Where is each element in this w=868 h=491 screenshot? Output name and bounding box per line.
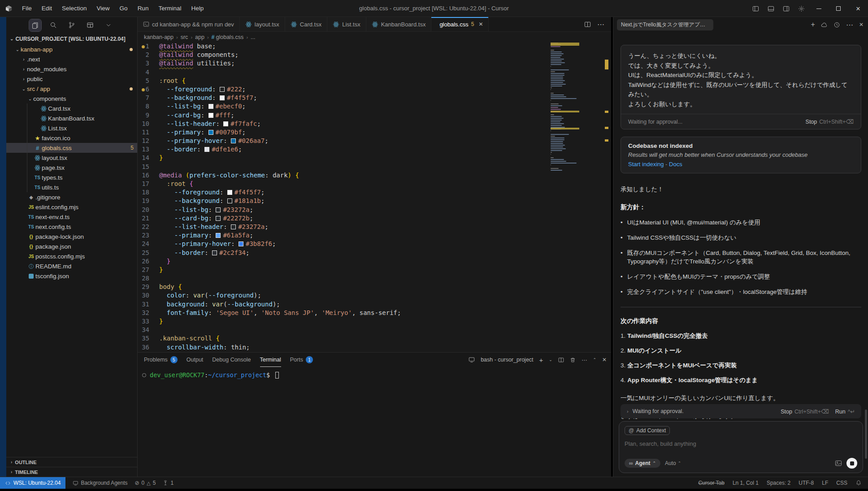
tree-item-components[interactable]: ⌄components: [6, 94, 137, 103]
color-swatch[interactable]: [220, 95, 225, 100]
chat-input-placeholder[interactable]: Plan, search, build anything: [625, 440, 857, 447]
split-terminal-icon[interactable]: [558, 357, 564, 363]
tree-item-types.ts[interactable]: TStypes.ts: [6, 172, 137, 182]
history-icon[interactable]: [833, 22, 840, 28]
chat-session-tab[interactable]: Next.jsでTrello風タスク管理アプリ作成: [617, 19, 713, 30]
breadcrumb-item[interactable]: #globals.css: [212, 34, 244, 40]
menu-file[interactable]: File: [17, 5, 37, 12]
menu-run[interactable]: Run: [133, 5, 154, 12]
color-swatch[interactable]: [216, 216, 221, 221]
tree-item-next.config.ts[interactable]: TSnext.config.ts: [6, 222, 137, 232]
shell-label[interactable]: bash - cursor_project: [481, 357, 533, 363]
voice-record-button[interactable]: [846, 458, 857, 469]
close-panel-icon[interactable]: ✕: [602, 357, 607, 363]
status-css[interactable]: CSS: [836, 480, 847, 486]
background-agents-item[interactable]: Background Agents: [73, 480, 127, 486]
color-swatch[interactable]: [223, 121, 228, 126]
menu-help[interactable]: Help: [186, 5, 208, 12]
tree-item-eslint.config.mjs[interactable]: JSeslint.config.mjs: [6, 202, 137, 212]
color-swatch[interactable]: [231, 138, 236, 143]
tree-item-public[interactable]: ›public: [6, 74, 137, 84]
tree-item-src-app[interactable]: ⌄src / app: [6, 84, 137, 94]
timeline-section[interactable]: ›TIMELINE: [6, 467, 137, 477]
color-swatch[interactable]: [227, 198, 232, 203]
settings-gear-icon[interactable]: [794, 0, 809, 17]
overview-ruler[interactable]: [604, 43, 609, 352]
menu-terminal[interactable]: Terminal: [153, 5, 186, 12]
tree-item-kanbanboard.tsx[interactable]: KanbanBoard.tsx: [6, 113, 137, 123]
tab-card.tsx[interactable]: Card.tsx: [285, 17, 327, 31]
menu-edit[interactable]: Edit: [37, 5, 57, 12]
approval-stop-button[interactable]: StopCtrl+Shift+⌫: [781, 408, 829, 415]
expand-icon[interactable]: ›: [627, 409, 629, 414]
color-swatch[interactable]: [204, 147, 209, 152]
color-swatch[interactable]: [220, 87, 225, 92]
git-branch-icon[interactable]: [66, 19, 78, 31]
model-auto-dropdown[interactable]: Auto⌃: [665, 460, 681, 466]
docs-link[interactable]: Docs: [669, 161, 682, 168]
tree-item-layout.tsx[interactable]: layout.tsx: [6, 153, 137, 163]
tree-item-readme.md[interactable]: README.md: [6, 261, 137, 271]
tree-item-page.tsx[interactable]: page.tsx: [6, 163, 137, 172]
search-icon[interactable]: [48, 19, 60, 31]
code-editor[interactable]: 1@tailwind base;2@tailwind components;3@…: [138, 43, 550, 352]
minimize-button[interactable]: [809, 0, 829, 17]
breadcrumb-item[interactable]: ...: [251, 34, 255, 40]
status-spaces-2[interactable]: Spaces: 2: [767, 480, 790, 486]
tree-item-globals.css[interactable]: #globals.css5: [6, 143, 137, 153]
menu-go[interactable]: Go: [115, 5, 133, 12]
explorer-root-folder[interactable]: ⌄ CURSOR_PROJECT [WSL: UBUNTU-22.04]: [6, 33, 137, 44]
color-swatch[interactable]: [212, 250, 217, 255]
panel-tab-problems[interactable]: Problems5: [144, 353, 178, 367]
problems-item[interactable]: ⊘0 △5: [135, 480, 156, 486]
close-button[interactable]: ✕: [848, 0, 868, 17]
tree-item-list.tsx[interactable]: List.tsx: [6, 123, 137, 133]
chat-more-icon[interactable]: ⋯: [846, 21, 853, 29]
agent-mode-dropdown[interactable]: ∞Agent⌃: [625, 459, 660, 468]
notifications-bell-icon[interactable]: [855, 480, 862, 486]
color-swatch[interactable]: [208, 104, 213, 109]
tree-item-card.tsx[interactable]: Card.tsx: [6, 103, 137, 113]
color-swatch[interactable]: [239, 241, 243, 246]
tree-item-next-env.d.ts[interactable]: TSnext-env.d.ts: [6, 212, 137, 222]
menu-selection[interactable]: Selection: [57, 5, 92, 12]
status-lf[interactable]: LF: [822, 480, 828, 486]
status-cursor-tab[interactable]: Cursor Tab: [698, 480, 724, 486]
color-swatch[interactable]: [208, 113, 213, 118]
terminal-viewport[interactable]: dev_user@ROCK77:~/cursor_project$: [138, 367, 611, 379]
panel-tab-terminal[interactable]: Terminal: [260, 353, 281, 367]
tree-item-.gitignore[interactable]: ◆.gitignore: [6, 192, 137, 202]
attach-image-icon[interactable]: [835, 460, 842, 467]
tree-item-utils.ts[interactable]: TSutils.ts: [6, 182, 137, 192]
color-swatch[interactable]: [227, 190, 232, 195]
remote-indicator[interactable]: WSL: Ubuntu-22.04: [0, 477, 65, 489]
tree-item-kanban-app[interactable]: ⌄kanban-app: [6, 44, 137, 54]
split-editor-icon[interactable]: [584, 21, 591, 28]
color-swatch[interactable]: [216, 233, 221, 238]
status-utf-8[interactable]: UTF-8: [799, 480, 814, 486]
menu-view[interactable]: View: [92, 5, 115, 12]
toggle-panel-icon[interactable]: [763, 0, 778, 17]
panel-tab-debug-console[interactable]: Debug Console: [212, 353, 251, 367]
panel-more-icon[interactable]: ⋯: [582, 357, 587, 363]
status-ln-1-col-1[interactable]: Ln 1, Col 1: [733, 480, 759, 486]
toggle-sidebar-icon[interactable]: [748, 0, 763, 17]
close-chat-icon[interactable]: ✕: [859, 22, 864, 28]
toggle-secondary-sidebar-icon[interactable]: [778, 0, 794, 17]
start-indexing-link[interactable]: Start indexing: [628, 161, 664, 168]
breadcrumb-item[interactable]: src: [181, 34, 188, 40]
minimap[interactable]: [551, 43, 579, 181]
tab-list.tsx[interactable]: List.tsx: [327, 17, 366, 31]
panel-tab-ports[interactable]: Ports1: [290, 353, 313, 367]
tree-item-favicon.ico[interactable]: ★favicon.ico: [6, 133, 137, 143]
kill-terminal-icon[interactable]: [570, 357, 576, 363]
terminal-dropdown-icon[interactable]: ⌄: [549, 357, 552, 362]
cloud-icon[interactable]: [821, 22, 828, 28]
maximize-button[interactable]: [829, 0, 848, 17]
outline-section[interactable]: ›OUTLINE: [6, 457, 137, 467]
chat-input-box[interactable]: @Add Context Plan, search, build anythin…: [619, 421, 863, 473]
files-icon[interactable]: [29, 19, 41, 31]
breadcrumb-item[interactable]: kanban-app: [144, 34, 174, 40]
layout-window-icon[interactable]: [84, 19, 96, 31]
color-swatch[interactable]: [216, 207, 221, 212]
